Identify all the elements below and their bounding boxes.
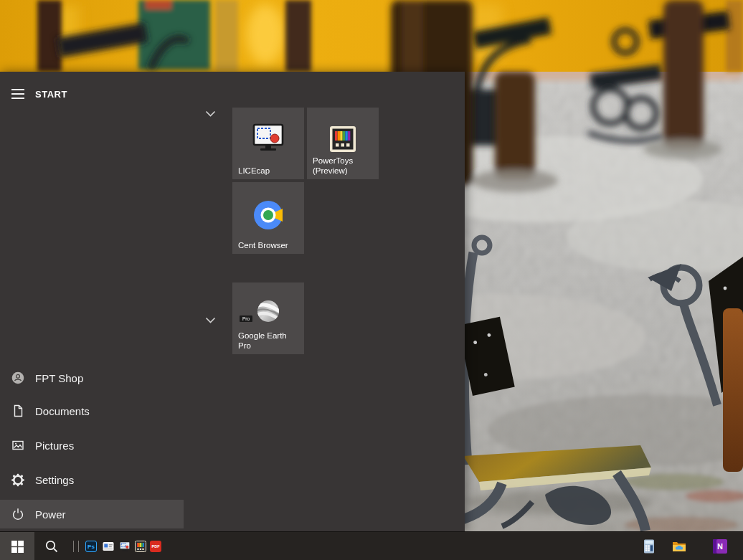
start-menu: START LICEcap [0,72,465,531]
file-explorer-icon [672,539,686,554]
document-icon [11,404,24,417]
chevron-down-icon[interactable] [205,317,216,324]
onenote-icon: N [713,539,727,554]
sidebar-item-label: Settings [35,474,74,486]
taskbar: Ps [0,531,743,560]
tile-powertoys[interactable]: PowerToys (Preview) [307,108,379,179]
taskbar-app-calculator[interactable] [642,539,656,554]
pdf-icon: PDF [150,541,161,552]
pictures-icon [11,439,24,452]
taskbar-app-window[interactable] [103,541,114,552]
windows-logo-icon [11,541,24,553]
chevron-down-icon[interactable] [205,110,216,118]
google-earth-icon: Pro [232,300,304,326]
start-menu-title: START [35,89,67,100]
calculator-icon [642,539,656,554]
tile-label: PowerToys (Preview) [313,156,374,176]
powertoys-icon [135,541,146,552]
tile-licecap[interactable]: LICEcap [232,108,304,179]
sidebar-item-pictures[interactable]: Pictures [0,431,186,460]
taskbar-app-pdf[interactable]: PDF [150,541,161,552]
taskbar-app-powertoys[interactable] [135,541,146,552]
search-button[interactable] [34,532,69,560]
taskbar-app-licecap[interactable] [119,541,131,552]
taskbar-separator [78,541,79,552]
start-menu-header: START [0,80,186,106]
taskbar-app-photoshop[interactable]: Ps [85,541,97,552]
photoshop-icon: Ps [85,541,97,552]
sidebar-item-label: Pictures [35,440,74,452]
tile-cent-browser[interactable]: Cent Browser [232,182,304,254]
pro-badge: Pro [240,315,252,322]
tile-google-earth[interactable]: Pro Google Earth Pro [232,283,304,354]
tile-label: Google Earth Pro [238,331,290,351]
power-icon [11,508,24,521]
cent-browser-icon [232,201,304,229]
taskbar-separator [73,541,74,552]
start-button[interactable] [0,532,34,560]
taskbar-app-file-explorer[interactable] [672,539,686,554]
licecap-icon [232,123,304,153]
sidebar-item-documents[interactable]: Documents [0,397,186,425]
search-icon [44,539,59,554]
taskbar-app-onenote[interactable]: N [713,539,727,554]
hamburger-menu-icon[interactable] [11,89,24,99]
sidebar-item-label: FPT Shop [35,372,83,384]
gear-icon [11,473,24,486]
powertoys-icon [307,126,379,152]
sidebar-item-settings[interactable]: Settings [0,465,186,494]
sidebar-item-user[interactable]: FPT Shop [0,364,186,392]
licecap-icon [119,541,131,552]
user-avatar-icon [11,371,24,384]
sidebar-item-power[interactable]: Power [0,500,184,528]
desktop-screen: START LICEcap [0,0,743,560]
tile-label: Cent Browser [238,240,300,250]
tile-label: LICEcap [238,166,300,176]
sidebar-item-label: Power [35,508,66,521]
sidebar-item-label: Documents [35,405,90,417]
app-window-icon [103,541,114,552]
